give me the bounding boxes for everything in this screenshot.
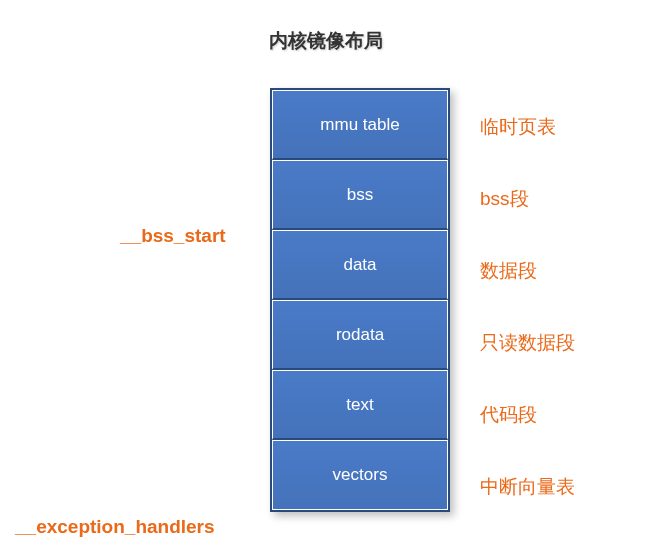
segment-rodata: rodata xyxy=(272,300,448,370)
segment-text: text xyxy=(272,370,448,440)
segment-data: data xyxy=(272,230,448,300)
segment-vectors: vectors xyxy=(272,440,448,510)
label-rodata-desc: 只读数据段 xyxy=(480,330,575,356)
segment-bss: bss xyxy=(272,160,448,230)
label-data-desc: 数据段 xyxy=(480,258,537,284)
label-bss-start: __bss_start xyxy=(120,225,226,247)
memory-layout-stack: mmu table bss data rodata text vectors xyxy=(270,88,450,512)
diagram-title: 内核镜像布局 xyxy=(0,28,652,54)
label-vectors-desc: 中断向量表 xyxy=(480,474,575,500)
label-mmu-table-desc: 临时页表 xyxy=(480,114,556,140)
segment-mmu-table: mmu table xyxy=(272,90,448,160)
label-bss-desc: bss段 xyxy=(480,186,529,212)
label-text-desc: 代码段 xyxy=(480,402,537,428)
label-exception-handlers: __exception_handlers xyxy=(15,516,215,538)
